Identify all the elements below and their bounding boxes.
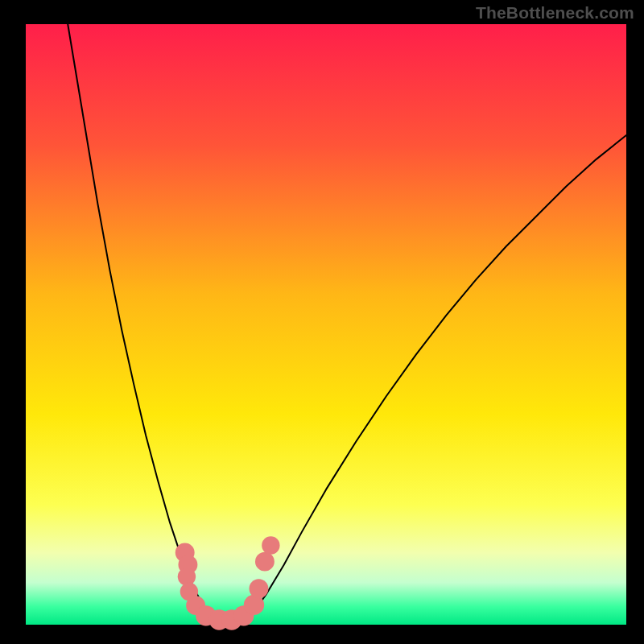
bottleneck-chart <box>0 0 644 644</box>
plot-background <box>26 24 626 625</box>
marker-dotK <box>250 579 269 598</box>
watermark-text: TheBottleneck.com <box>476 3 634 23</box>
marker-dotC <box>178 568 196 585</box>
marker-dotM <box>262 536 279 554</box>
marker-dotL <box>255 552 275 572</box>
